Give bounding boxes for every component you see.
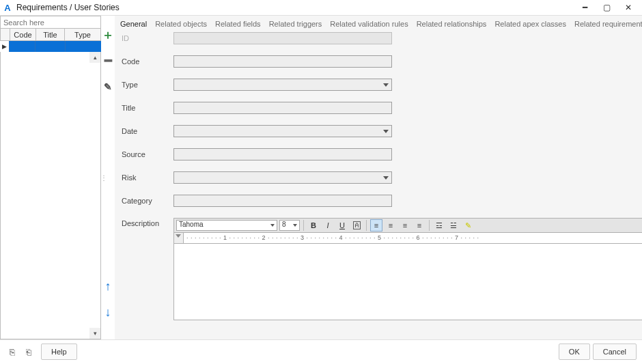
font-color-button[interactable]: 🄰 — [350, 219, 363, 232]
header-code[interactable]: Code — [10, 29, 36, 40]
form: ID Code Type Title Date Source — [117, 32, 642, 320]
titlebar: A Requirements / User Stories ━ ▢ ✕ — [0, 0, 642, 15]
row-title-cell — [36, 41, 66, 52]
source-label: Source — [122, 150, 173, 158]
search-input[interactable] — [0, 16, 101, 29]
header-title[interactable]: Title — [36, 29, 65, 40]
scroll-thumb[interactable] — [89, 63, 100, 328]
header-type[interactable]: Type — [65, 29, 100, 40]
row-tools: ＋ ━ ✎ ↑ ↓ — [101, 16, 115, 339]
title-input[interactable] — [173, 102, 392, 114]
header-marker — [1, 29, 10, 40]
date-select[interactable] — [173, 125, 392, 137]
add-button[interactable]: ＋ — [101, 28, 115, 42]
window-title: Requirements / User Stories — [16, 3, 120, 12]
list-panel: Code Title Type ▶ ▴ ▾ — [0, 16, 101, 339]
bullet-list-button[interactable]: ☲ — [433, 219, 445, 232]
number-list-button[interactable]: ☱ — [447, 219, 460, 232]
source-input[interactable] — [173, 148, 392, 160]
tab-related-objects[interactable]: Related objects — [155, 20, 207, 28]
maximize-button[interactable]: ▢ — [596, 0, 617, 15]
risk-label: Risk — [122, 173, 173, 182]
scroll-down-icon[interactable]: ▾ — [89, 328, 100, 339]
detail-panel: General Related objects Related fields R… — [115, 16, 642, 339]
highlight-button[interactable]: ✎ — [462, 219, 474, 232]
underline-button[interactable]: U — [336, 219, 348, 232]
ruler-left-indent-icon[interactable] — [174, 233, 184, 243]
app-icon: A — [3, 3, 12, 12]
tab-related-triggers[interactable]: Related triggers — [269, 20, 322, 28]
row-type-cell — [66, 41, 101, 52]
workspace: Code Title Type ▶ ▴ ▾ ＋ ━ ✎ ↑ ↓ — [0, 16, 642, 339]
tab-related-fields[interactable]: Related fields — [215, 20, 261, 28]
separator — [303, 220, 304, 231]
tab-related-requirements[interactable]: Related requirements / user stories — [574, 20, 642, 28]
tab-related-apex[interactable]: Related apex classes — [494, 20, 566, 28]
scrollbar[interactable]: ▴ ▾ — [89, 52, 100, 339]
category-label: Category — [122, 197, 173, 205]
font-size-select[interactable]: 8 — [279, 220, 300, 231]
font-family-select[interactable]: Tahoma — [176, 220, 277, 231]
scroll-up-icon[interactable]: ▴ — [89, 52, 100, 63]
id-label: ID — [122, 34, 173, 42]
row-code-cell — [10, 41, 36, 52]
close-button[interactable]: ✕ — [617, 0, 639, 15]
code-label: Code — [122, 57, 173, 66]
title-label: Title — [122, 104, 173, 112]
type-label: Type — [122, 81, 173, 89]
row-marker-icon: ▶ — [0, 41, 10, 52]
editor-toolbar: Tahoma 8 B I U 🄰 ≡ ≡ ≡ ≡ ☲ ☱ — [173, 218, 642, 233]
editor-body[interactable] — [173, 244, 642, 320]
table-header: Code Title Type — [0, 29, 101, 41]
id-input — [173, 32, 392, 44]
move-down-button[interactable]: ↓ — [101, 305, 115, 319]
tab-related-relationships[interactable]: Related relationships — [417, 20, 487, 28]
category-input[interactable] — [173, 195, 392, 207]
ruler: · · · · · · · · · 1 · · · · · · · · 2 · … — [173, 233, 642, 244]
ok-button[interactable]: OK — [559, 344, 590, 360]
tab-row: General Related objects Related fields R… — [117, 18, 642, 32]
separator — [429, 220, 430, 231]
tab-general[interactable]: General — [120, 20, 147, 28]
move-up-button[interactable]: ↑ — [101, 279, 115, 293]
edit-button[interactable]: ✎ — [101, 80, 115, 94]
export-icon[interactable]: ⎘ — [5, 345, 19, 359]
code-input[interactable] — [173, 55, 392, 68]
align-right-button[interactable]: ≡ — [399, 219, 411, 232]
risk-select[interactable] — [173, 171, 392, 184]
remove-button[interactable]: ━ — [101, 54, 115, 68]
cancel-button[interactable]: Cancel — [593, 344, 637, 360]
date-label: Date — [122, 127, 173, 135]
import-icon[interactable]: ⎗ — [22, 345, 36, 359]
footer: ⎘ ⎗ Help OK Cancel — [0, 340, 642, 363]
align-center-button[interactable]: ≡ — [385, 219, 397, 232]
align-justify-button[interactable]: ≡ — [413, 219, 425, 232]
italic-button[interactable]: I — [322, 219, 334, 232]
align-left-button[interactable]: ≡ — [370, 219, 382, 232]
minimize-button[interactable]: ━ — [574, 0, 596, 15]
ruler-scale: · · · · · · · · · 1 · · · · · · · · 2 · … — [184, 233, 642, 243]
table-body: ▴ ▾ — [0, 52, 101, 339]
help-button[interactable]: Help — [41, 344, 77, 360]
table-row[interactable]: ▶ — [0, 41, 101, 52]
tab-related-validation[interactable]: Related validation rules — [330, 20, 408, 28]
type-select[interactable] — [173, 79, 392, 91]
bold-button[interactable]: B — [307, 219, 320, 232]
separator — [366, 220, 367, 231]
rich-text-editor: Tahoma 8 B I U 🄰 ≡ ≡ ≡ ≡ ☲ ☱ — [173, 218, 642, 320]
description-label: Description — [122, 218, 173, 320]
